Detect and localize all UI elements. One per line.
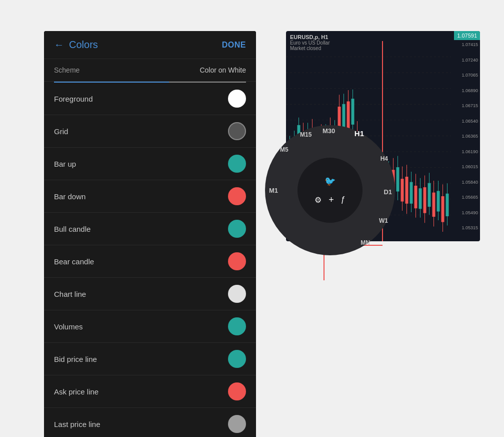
time-M5[interactable]: M5 — [280, 146, 288, 153]
plus-icon[interactable]: + — [328, 195, 334, 205]
color-row-ask-price-line[interactable]: Ask price line — [44, 375, 256, 408]
color-rows-container: ForegroundGridBar upBar downBull candleB… — [44, 83, 256, 437]
y-label-5: 1.06540 — [453, 119, 478, 124]
color-row-bar-up[interactable]: Bar up — [44, 148, 256, 180]
price-label: 1.07591 — [454, 31, 480, 40]
color-circle-3[interactable] — [228, 187, 246, 205]
settings-icon[interactable]: ⚙ — [314, 195, 322, 205]
color-circle-1[interactable] — [228, 122, 246, 140]
svg-rect-62 — [446, 194, 448, 216]
svg-rect-107 — [414, 186, 417, 208]
scheme-label: Scheme — [54, 66, 80, 74]
y-label-9: 1.05840 — [453, 180, 478, 185]
svg-rect-101 — [401, 179, 404, 201]
svg-rect-47 — [396, 168, 399, 191]
color-circle-6[interactable] — [228, 285, 246, 303]
y-label-11: 1.05490 — [453, 210, 478, 215]
time-D1[interactable]: D1 — [384, 188, 392, 196]
time-H4[interactable]: H4 — [380, 155, 388, 162]
svg-rect-53 — [419, 189, 422, 209]
color-row-foreground[interactable]: Foreground — [44, 83, 256, 115]
svg-rect-50 — [410, 182, 412, 203]
svg-rect-113 — [432, 193, 435, 216]
color-row-bid-price-line[interactable]: Bid price line — [44, 343, 256, 375]
chart-desc: Euro vs US Dollar — [290, 40, 330, 46]
bird-icon[interactable]: 🐦 — [324, 176, 336, 187]
y-label-4: 1.06715 — [453, 103, 478, 108]
color-label-0: Foreground — [54, 95, 93, 103]
color-circle-8[interactable] — [228, 350, 246, 368]
color-label-6: Chart line — [54, 290, 86, 298]
svg-rect-110 — [424, 188, 426, 213]
scheme-value: Color on White — [200, 66, 246, 74]
color-circle-4[interactable] — [228, 220, 246, 238]
color-row-bear-candle[interactable]: Bear candle — [44, 245, 256, 278]
radial-menu: M1 M5 M15 M30 H1 H4 D1 W1 MN 🐦 ⚙ + ƒ — [265, 125, 395, 255]
y-label-6: 1.06365 — [453, 134, 478, 139]
color-row-chart-line[interactable]: Chart line — [44, 278, 256, 310]
function-icon[interactable]: ƒ — [341, 195, 346, 204]
color-row-last-price-line[interactable]: Last price line — [44, 408, 256, 437]
done-button[interactable]: DONE — [222, 41, 246, 50]
color-label-1: Grid — [54, 127, 68, 136]
color-label-5: Bear candle — [54, 257, 94, 266]
svg-rect-59 — [437, 191, 440, 211]
y-label-8: 1.06015 — [453, 164, 478, 169]
scheme-row[interactable]: Scheme Color on White — [44, 59, 256, 82]
time-H1-selected[interactable]: H1 — [354, 129, 364, 138]
y-label-12: 1.05315 — [453, 225, 478, 230]
color-label-9: Ask price line — [54, 387, 98, 396]
color-circle-2[interactable] — [228, 155, 246, 173]
time-M15[interactable]: M15 — [300, 131, 312, 138]
radial-inner: 🐦 ⚙ + ƒ — [298, 158, 362, 223]
y-label-10: 1.05665 — [453, 195, 478, 200]
y-label-0: 1.07415 — [453, 42, 478, 47]
chart-symbol: EURUSD,p, H1 — [290, 34, 330, 40]
time-M30[interactable]: M30 — [322, 127, 335, 135]
chart-header: EURUSD,p, H1 Euro vs US Dollar Market cl… — [286, 31, 334, 54]
color-label-8: Bid price line — [54, 355, 97, 363]
panel-header: ← Colors DONE — [44, 31, 256, 59]
y-label-7: 1.06190 — [453, 149, 478, 154]
color-row-volumes[interactable]: Volumes — [44, 310, 256, 343]
color-label-7: Volumes — [54, 322, 83, 331]
panel-title: Colors — [69, 39, 98, 51]
time-W1[interactable]: W1 — [379, 217, 388, 224]
svg-rect-35 — [352, 99, 354, 125]
back-button[interactable]: ← — [54, 39, 64, 51]
color-circle-5[interactable] — [228, 252, 246, 270]
color-row-bull-candle[interactable]: Bull candle — [44, 213, 256, 245]
y-label-1: 1.07240 — [453, 58, 478, 63]
svg-rect-56 — [428, 183, 430, 206]
color-label-4: Bull candle — [54, 225, 90, 233]
color-row-grid[interactable]: Grid — [44, 115, 256, 148]
color-circle-7[interactable] — [228, 317, 246, 335]
color-circle-9[interactable] — [228, 382, 246, 400]
color-label-3: Bar down — [54, 192, 86, 201]
y-axis: 1.074151.072401.070651.068901.067151.065… — [451, 41, 480, 231]
chart-status: Market closed — [290, 46, 330, 51]
time-M1[interactable]: M1 — [269, 187, 278, 194]
svg-rect-116 — [442, 197, 444, 222]
color-circle-0[interactable] — [228, 90, 246, 108]
color-label-2: Bar up — [54, 160, 76, 168]
radial-outer: M1 M5 M15 M30 H1 H4 D1 W1 MN 🐦 ⚙ + ƒ — [265, 125, 395, 255]
colors-panel: ← Colors DONE Scheme Color on White Fore… — [44, 31, 256, 437]
time-MN[interactable]: MN — [360, 239, 370, 246]
y-label-2: 1.07065 — [453, 73, 478, 78]
color-row-bar-down[interactable]: Bar down — [44, 180, 256, 213]
y-label-3: 1.06890 — [453, 88, 478, 93]
color-circle-10[interactable] — [228, 415, 246, 433]
header-left: ← Colors — [54, 39, 98, 51]
svg-rect-104 — [406, 177, 408, 204]
color-label-10: Last price line — [54, 420, 100, 428]
